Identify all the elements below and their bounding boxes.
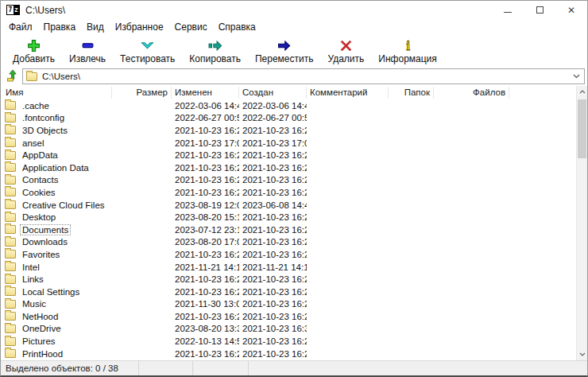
minimize-button[interactable] xyxy=(492,1,524,19)
created-cell: 2021-10-23 16:28 xyxy=(239,163,307,173)
vertical-scrollbar[interactable] xyxy=(576,86,587,360)
column-header-name[interactable]: Имя xyxy=(1,87,112,99)
table-row[interactable]: .cache2022-03-06 14:492022-03-06 14:49 xyxy=(1,99,576,112)
table-row[interactable]: Downloads2023-08-20 17:082021-10-23 16:2… xyxy=(1,236,576,249)
menu-item-4[interactable]: Сервис xyxy=(169,20,213,34)
column-header-modified[interactable]: Изменен xyxy=(172,87,239,99)
toolbar-button-4[interactable]: Переместить xyxy=(248,37,321,65)
toolbar-button-label: Переместить xyxy=(255,53,314,64)
created-cell: 2021-10-23 16:28 xyxy=(239,250,307,259)
table-row[interactable]: ansel2021-10-23 17:072021-10-23 17:07 xyxy=(1,137,576,150)
modified-cell: 2022-06-27 00:54 xyxy=(172,113,239,122)
file-name-label: Desktop xyxy=(20,212,58,223)
modified-cell: 2023-08-20 13:39 xyxy=(172,324,239,333)
file-name-label: Cookies xyxy=(20,187,58,198)
file-name-cell: Application Data xyxy=(1,162,112,173)
parent-folder-button[interactable] xyxy=(3,68,22,84)
column-header-folders[interactable]: Папок xyxy=(389,87,434,99)
table-row[interactable]: Music2021-11-30 13:062021-10-23 16:28 xyxy=(1,298,576,311)
toolbar-button-5[interactable]: Удалить xyxy=(321,37,372,65)
folder-icon xyxy=(5,213,16,222)
table-row[interactable]: Local Settings2021-10-23 16:282021-10-23… xyxy=(1,286,576,298)
created-cell: 2021-10-23 16:31 xyxy=(239,324,307,333)
table-row[interactable]: Desktop2023-08-20 15:122021-10-23 16:28 xyxy=(1,211,576,223)
file-name-cell: Desktop xyxy=(1,212,112,223)
file-name-cell: OneDrive xyxy=(1,323,112,334)
file-name-cell: Pictures xyxy=(1,336,112,347)
toolbar-button-3[interactable]: Копировать xyxy=(182,37,248,65)
table-row[interactable]: Favorites2021-10-23 16:292021-10-23 16:2… xyxy=(1,248,576,261)
file-name-label: NetHood xyxy=(20,311,60,322)
scroll-down-icon[interactable] xyxy=(577,348,587,360)
column-header-created[interactable]: Создан xyxy=(239,87,307,99)
created-cell: 2021-10-23 16:28 xyxy=(239,150,307,160)
menu-item-1[interactable]: Правка xyxy=(38,20,82,34)
table-row[interactable]: Documents2023-07-12 23:142021-10-23 16:2… xyxy=(1,223,576,236)
column-header-files[interactable]: Файлов xyxy=(434,87,509,99)
column-header-size[interactable]: Размер xyxy=(112,87,172,99)
created-cell: 2021-10-23 16:28 xyxy=(239,299,307,309)
toolbar-button-6[interactable]: iИнформация xyxy=(371,37,443,65)
table-row[interactable]: PrintHood2021-10-23 16:282021-10-23 16:2… xyxy=(1,348,576,360)
toolbar-button-0[interactable]: Добавить xyxy=(6,37,62,65)
toolbar-button-label: Копировать xyxy=(189,53,241,64)
table-row[interactable]: 3D Objects2021-10-23 16:292021-10-23 16:… xyxy=(1,124,576,137)
menu-item-2[interactable]: Вид xyxy=(81,20,110,34)
maximize-button[interactable] xyxy=(524,1,555,19)
column-header-comment[interactable]: Комментарий xyxy=(307,87,389,99)
created-cell: 2021-10-23 16:28 xyxy=(239,274,307,284)
toolbar-button-label: Добавить xyxy=(13,53,55,64)
folder-icon xyxy=(5,275,16,284)
file-name-cell: AppData xyxy=(1,150,112,161)
folder-icon xyxy=(5,101,16,110)
table-row[interactable]: OneDrive2023-08-20 13:392021-10-23 16:31 xyxy=(1,323,576,336)
table-row[interactable]: NetHood2021-10-23 16:282021-10-23 16:28 xyxy=(1,310,576,323)
table-row[interactable]: Links2021-10-23 16:292021-10-23 16:28 xyxy=(1,273,576,286)
table-row[interactable]: Pictures2022-10-13 14:512021-10-23 16:28 xyxy=(1,335,576,348)
created-cell: 2021-10-23 16:28 xyxy=(239,349,307,359)
table-row[interactable]: Creative Cloud Files2023-08-19 12:012023… xyxy=(1,199,576,212)
file-name-label: OneDrive xyxy=(20,323,64,334)
file-name-cell: NetHood xyxy=(1,311,112,322)
file-name-label: AppData xyxy=(20,150,60,161)
folder-icon xyxy=(5,262,16,271)
table-row[interactable]: Intel2021-11-21 14:132021-11-21 14:13 xyxy=(1,261,576,274)
window-controls: ✕ xyxy=(492,1,587,19)
toolbar-button-label: Извлечь xyxy=(69,53,106,64)
table-row[interactable]: .fontconfig2022-06-27 00:542022-06-27 00… xyxy=(1,112,576,125)
created-cell: 2021-10-23 16:28 xyxy=(239,287,307,297)
status-bar: Выделено объектов: 0 / 38 xyxy=(1,360,587,375)
table-row[interactable]: Application Data2021-10-23 16:282021-10-… xyxy=(1,161,576,174)
scroll-up-icon[interactable] xyxy=(577,86,587,98)
toolbar-button-2[interactable]: Тестировать xyxy=(113,37,182,65)
status-selected-pane: Выделено объектов: 0 / 38 xyxy=(1,361,138,375)
created-cell: 2021-10-23 16:28 xyxy=(239,225,307,235)
file-name-label: Intel xyxy=(20,262,42,273)
file-name-cell: .fontconfig xyxy=(1,112,112,123)
maximize-icon xyxy=(536,6,544,14)
folder-icon xyxy=(5,325,16,333)
file-name-label: .cache xyxy=(20,100,52,111)
created-cell: 2021-10-23 16:28 xyxy=(239,212,307,222)
table-row[interactable]: AppData2021-10-23 16:282021-10-23 16:28 xyxy=(1,149,576,161)
folder-icon xyxy=(5,188,16,196)
modified-cell: 2021-10-23 17:07 xyxy=(172,138,239,148)
menu-item-5[interactable]: Справка xyxy=(213,20,261,34)
scrollbar-thumb[interactable] xyxy=(578,99,586,158)
file-name-label: 3D Objects xyxy=(20,125,70,136)
folder-icon xyxy=(5,300,16,309)
file-list: ИмяРазмерИзмененСозданКомментарийПапокФа… xyxy=(1,86,587,360)
address-combobox[interactable]: C:\Users\ xyxy=(22,68,585,84)
dropdown-chevron-icon[interactable] xyxy=(569,74,584,79)
copy-arrow-icon xyxy=(208,38,222,52)
toolbar-button-1[interactable]: Извлечь xyxy=(62,37,113,65)
up-folder-icon xyxy=(6,69,19,84)
menu-item-3[interactable]: Избранное xyxy=(110,20,169,34)
modified-cell: 2023-08-20 17:08 xyxy=(172,237,239,247)
close-button[interactable]: ✕ xyxy=(555,1,587,19)
table-row[interactable]: Cookies2021-10-23 16:282021-10-23 16:28 xyxy=(1,186,576,199)
menu-item-0[interactable]: Файл xyxy=(3,20,38,34)
created-cell: 2021-10-23 16:28 xyxy=(239,188,307,197)
table-row[interactable]: Contacts2021-10-23 16:292021-10-23 16:29 xyxy=(1,174,576,187)
column-header-row: ИмяРазмерИзмененСозданКомментарийПапокФа… xyxy=(1,86,576,99)
